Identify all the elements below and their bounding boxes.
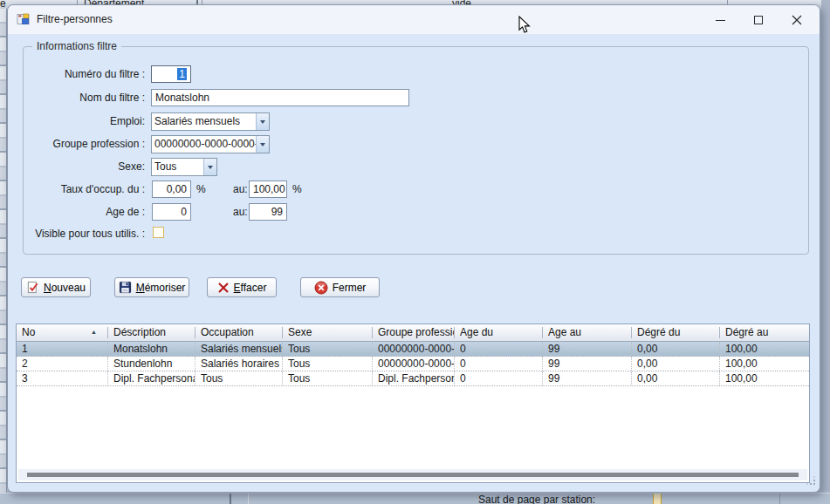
taux-au-input[interactable]: 100,00 xyxy=(249,180,287,198)
table-cell: Tous xyxy=(283,342,373,356)
filtre-personnes-dialog: Filtre-personnes Informations filtre Num… xyxy=(7,4,820,493)
memoriser-button[interactable]: Mémoriser xyxy=(114,277,189,297)
close-icon xyxy=(792,15,802,25)
column-header-age-au[interactable]: Age au xyxy=(543,324,632,341)
column-header-label: Groupe profession xyxy=(378,326,455,338)
column-header-groupe-profession[interactable]: Groupe profession xyxy=(373,324,455,341)
column-header-label: Age au xyxy=(548,326,581,338)
table-cell: 0,00 xyxy=(632,371,720,385)
column-header-label: Déscription xyxy=(113,326,166,338)
background-grid-strip xyxy=(0,9,7,493)
scrollbar-thumb[interactable] xyxy=(27,473,799,477)
table-cell: 0 xyxy=(455,371,543,385)
numero-du-filtre-input[interactable]: 1 xyxy=(151,65,191,83)
minimize-button[interactable] xyxy=(704,8,736,32)
table-cell: Tous xyxy=(283,357,373,371)
dialog-titlebar[interactable]: Filtre-personnes xyxy=(8,5,820,34)
mouse-cursor xyxy=(518,16,532,37)
table-cell: 100,00 xyxy=(720,357,810,371)
table-cell: 0 xyxy=(455,342,543,356)
nom-du-filtre-input[interactable]: Monatslohn xyxy=(151,89,409,106)
age-de-input[interactable]: 0 xyxy=(152,203,191,221)
groupe-profession-label: Groupe profession : xyxy=(8,138,145,150)
effacer-button[interactable]: Effacer xyxy=(207,277,277,297)
groupe-profession-value: 00000000-0000-0000-00 xyxy=(152,136,256,152)
table-cell: Dipl. Fachpersonal xyxy=(108,371,195,385)
form-app-icon xyxy=(17,12,31,26)
close-button[interactable] xyxy=(781,8,813,32)
minimize-icon xyxy=(716,20,725,21)
new-document-icon xyxy=(26,281,39,294)
taux-du-value: 0,00 xyxy=(167,183,187,195)
column-header-age-du[interactable]: Age du xyxy=(455,324,543,341)
age-au-input[interactable]: 99 xyxy=(249,203,287,221)
close-circle-icon xyxy=(314,281,328,295)
visible-pour-tous-checkbox[interactable] xyxy=(153,227,164,238)
maximize-button[interactable] xyxy=(743,8,774,32)
nom-value: Monatslohn xyxy=(155,92,209,104)
taux-du-input[interactable]: 0,00 xyxy=(152,180,191,198)
dropdown-button[interactable] xyxy=(256,136,269,153)
table-cell: 00000000-0000-... xyxy=(373,357,455,371)
background-bottom-field xyxy=(653,494,662,504)
grid-body: 1MonatslohnSalariés mensuelsTous00000000… xyxy=(17,342,809,386)
table-cell: Salariés horaires xyxy=(195,357,283,371)
visible-pour-tous-label: Visible pour tous utilis. : xyxy=(8,228,145,240)
nom-du-filtre-label: Nom du filtre : xyxy=(8,92,145,104)
sort-ascending-icon: ▲ xyxy=(91,329,97,335)
table-cell: 99 xyxy=(543,342,632,356)
nouveau-button-label: Nouveau xyxy=(44,282,86,294)
emploi-label: Emploi: xyxy=(8,115,145,127)
column-header-occupation[interactable]: Occupation xyxy=(195,324,283,341)
table-row[interactable]: 2StundenlohnSalariés horairesTous0000000… xyxy=(17,357,809,371)
age-de-value: 0 xyxy=(181,206,187,218)
background-left-fragment: se xyxy=(0,0,6,9)
chevron-down-icon xyxy=(260,120,265,124)
nouveau-button[interactable]: Nouveau xyxy=(21,277,91,297)
maximize-icon xyxy=(754,16,763,24)
resize-grip[interactable] xyxy=(806,476,816,488)
save-floppy-icon xyxy=(119,281,132,294)
memoriser-button-label: Mémoriser xyxy=(136,282,186,294)
fermer-button-label: Fermer xyxy=(333,282,367,294)
emploi-combobox[interactable]: Salariés mensuels xyxy=(151,112,270,131)
table-cell: 00000000-0000-... xyxy=(373,342,455,356)
percent-label: % xyxy=(196,183,206,195)
column-header-label: Sexe xyxy=(288,326,312,338)
effacer-button-label: Effacer xyxy=(234,282,267,294)
horizontal-scrollbar[interactable] xyxy=(18,469,807,480)
dialog-title: Filtre-personnes xyxy=(37,5,113,34)
chevron-down-icon xyxy=(208,166,213,169)
column-header-sexe[interactable]: Sexe xyxy=(283,324,373,341)
groupe-profession-combobox[interactable]: 00000000-0000-0000-00 xyxy=(151,135,270,153)
table-cell: Dipl. Fachpersonal xyxy=(373,371,455,385)
delete-x-icon xyxy=(217,282,230,294)
column-header-degre-du[interactable]: Dégré du xyxy=(632,324,720,341)
screen: se Département vide Saut de page par sta… xyxy=(0,0,830,504)
grid-header: No▲DéscriptionOccupationSexeGroupe profe… xyxy=(17,324,809,342)
table-cell: 0,00 xyxy=(632,357,720,371)
table-cell: 0,00 xyxy=(632,342,720,356)
background-bottom-label: Saut de page par station: xyxy=(478,494,595,504)
table-cell: Salariés mensuels xyxy=(195,342,283,356)
column-header-label: Dégré au xyxy=(725,326,768,338)
column-header-no[interactable]: No▲ xyxy=(17,324,108,341)
background-divider xyxy=(230,494,231,504)
background-right-strip xyxy=(821,0,830,504)
age-au-label: au: xyxy=(233,206,248,218)
fermer-button[interactable]: Fermer xyxy=(300,277,380,297)
chevron-down-icon xyxy=(260,143,265,146)
percent-label: % xyxy=(292,183,302,195)
sexe-combobox[interactable]: Tous xyxy=(151,158,217,176)
dropdown-button[interactable] xyxy=(203,159,216,175)
dropdown-button[interactable] xyxy=(256,113,269,130)
table-cell: 2 xyxy=(17,357,108,371)
column-header-label: Age du xyxy=(460,326,493,338)
table-row[interactable]: 1MonatslohnSalariés mensuelsTous00000000… xyxy=(17,342,809,357)
taux-occup-label: Taux d'occup. du : xyxy=(8,183,145,195)
filters-table[interactable]: No▲DéscriptionOccupationSexeGroupe profe… xyxy=(16,324,810,483)
column-header-degre-au[interactable]: Dégré au xyxy=(720,324,810,341)
table-cell: Tous xyxy=(195,371,283,385)
column-header-description[interactable]: Déscription xyxy=(108,324,195,341)
table-row[interactable]: 3Dipl. FachpersonalTousTousDipl. Fachper… xyxy=(17,371,809,386)
